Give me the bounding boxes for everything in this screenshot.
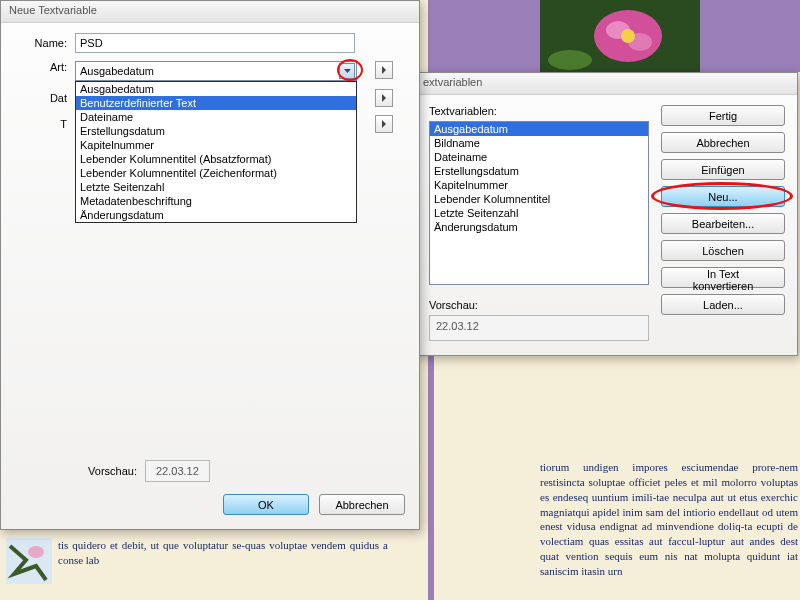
chevron-down-icon	[344, 69, 351, 73]
dialog-title: extvariablen	[423, 76, 482, 88]
list-item[interactable]: Ausgabedatum	[430, 122, 648, 136]
vorschau-value: 22.03.12	[145, 460, 210, 482]
list-label: Textvariablen:	[429, 105, 649, 117]
art-value: Ausgabedatum	[80, 65, 154, 77]
vorschau-label: Vorschau:	[429, 299, 649, 311]
list-item[interactable]: Änderungsdatum	[430, 220, 648, 234]
delete-button[interactable]: Löschen	[661, 240, 785, 261]
list-item[interactable]: Erstellungsdatum	[430, 164, 648, 178]
flyout-button[interactable]	[375, 61, 393, 79]
dat-label: Dat	[15, 92, 75, 104]
dropdown-option[interactable]: Letzte Seitenzahl	[76, 180, 356, 194]
dropdown-option[interactable]: Kapitelnummer	[76, 138, 356, 152]
art-label: Art:	[15, 61, 75, 73]
list-item[interactable]: Dateiname	[430, 150, 648, 164]
vorschau-output: 22.03.12	[429, 315, 649, 341]
bg-text-right: tiorum undigen impores esciumendae prore…	[540, 460, 798, 579]
t-label: T	[15, 118, 75, 130]
list-item[interactable]: Lebender Kolumnentitel	[430, 192, 648, 206]
new-button[interactable]: Neu...	[661, 186, 785, 207]
chevron-right-icon	[382, 66, 386, 74]
bg-text-left: tis quidero et debit, ut que voluptatur …	[58, 538, 388, 568]
dropdown-option[interactable]: Lebender Kolumnentitel (Zeichenformat)	[76, 166, 356, 180]
list-item[interactable]: Bildname	[430, 136, 648, 150]
dropdown-option[interactable]: Metadatenbeschriftung	[76, 194, 356, 208]
dropdown-option[interactable]: Ausgabedatum	[76, 82, 356, 96]
edit-button[interactable]: Bearbeiten...	[661, 213, 785, 234]
insert-button[interactable]: Einfügen	[661, 159, 785, 180]
dropdown-option[interactable]: Erstellungsdatum	[76, 124, 356, 138]
flyout-button[interactable]	[375, 89, 393, 107]
done-button[interactable]: Fertig	[661, 105, 785, 126]
list-item[interactable]: Kapitelnummer	[430, 178, 648, 192]
text-variables-dialog: extvariablen Textvariablen: Ausgabedatum…	[414, 72, 798, 356]
flower-image	[540, 0, 700, 72]
text-variables-listbox[interactable]: Ausgabedatum Bildname Dateiname Erstellu…	[429, 121, 649, 285]
convert-button[interactable]: In Text konvertieren	[661, 267, 785, 288]
chevron-right-icon	[382, 120, 386, 128]
dropdown-option[interactable]: Dateiname	[76, 110, 356, 124]
dropdown-option[interactable]: Benutzerdefinierter Text	[76, 96, 356, 110]
name-input[interactable]	[75, 33, 355, 53]
dropdown-arrow-button[interactable]	[339, 63, 355, 79]
svg-point-7	[28, 546, 44, 558]
dialog-title: Neue Textvariable	[9, 4, 97, 16]
dialog-titlebar[interactable]: extvariablen	[415, 73, 797, 95]
ok-button[interactable]: OK	[223, 494, 309, 515]
dialog-titlebar[interactable]: Neue Textvariable	[1, 1, 419, 23]
chevron-right-icon	[382, 94, 386, 102]
dropdown-option[interactable]: Lebender Kolumnentitel (Absatzformat)	[76, 152, 356, 166]
svg-point-4	[621, 29, 635, 43]
svg-point-5	[548, 50, 592, 70]
list-item[interactable]: Letzte Seitenzahl	[430, 206, 648, 220]
art-dropdown-list[interactable]: Ausgabedatum Benutzerdefinierter Text Da…	[75, 81, 357, 223]
new-text-variable-dialog: Neue Textvariable Name: Art: Ausgabedatu…	[0, 0, 420, 530]
flyout-button[interactable]	[375, 115, 393, 133]
cancel-button[interactable]: Abbrechen	[319, 494, 405, 515]
dropdown-option[interactable]: Änderungsdatum	[76, 208, 356, 222]
art-combobox[interactable]: Ausgabedatum	[75, 61, 357, 81]
thumbnail-image	[6, 538, 52, 584]
cancel-button[interactable]: Abbrechen	[661, 132, 785, 153]
vorschau-label: Vorschau:	[15, 465, 145, 477]
name-label: Name:	[15, 37, 75, 49]
load-button[interactable]: Laden...	[661, 294, 785, 315]
